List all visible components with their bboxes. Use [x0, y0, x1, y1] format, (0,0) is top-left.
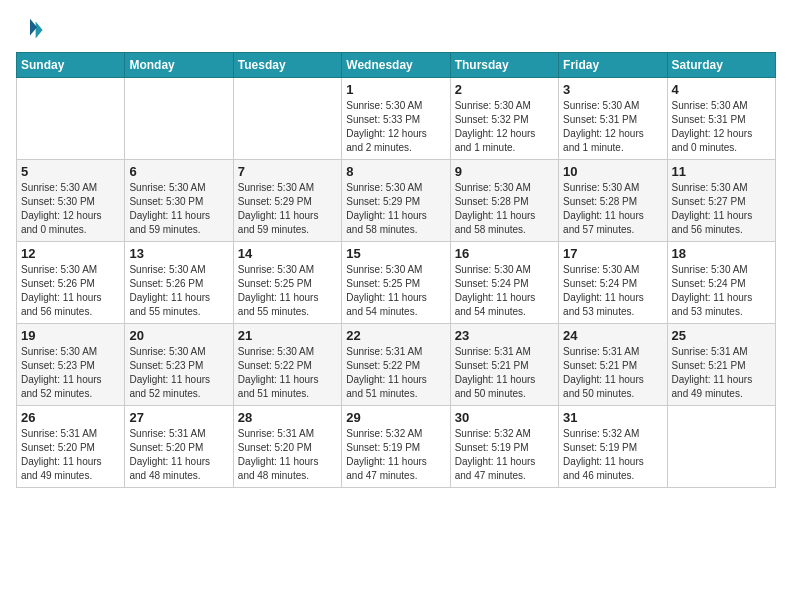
day-number: 29 [346, 410, 445, 425]
day-info: Sunrise: 5:30 AM Sunset: 5:29 PM Dayligh… [346, 181, 445, 237]
day-info: Sunrise: 5:31 AM Sunset: 5:21 PM Dayligh… [563, 345, 662, 401]
day-info: Sunrise: 5:30 AM Sunset: 5:25 PM Dayligh… [346, 263, 445, 319]
day-number: 24 [563, 328, 662, 343]
calendar-week-3: 12Sunrise: 5:30 AM Sunset: 5:26 PM Dayli… [17, 242, 776, 324]
calendar-cell: 26Sunrise: 5:31 AM Sunset: 5:20 PM Dayli… [17, 406, 125, 488]
day-number: 23 [455, 328, 554, 343]
calendar-cell: 25Sunrise: 5:31 AM Sunset: 5:21 PM Dayli… [667, 324, 775, 406]
day-info: Sunrise: 5:30 AM Sunset: 5:27 PM Dayligh… [672, 181, 771, 237]
day-info: Sunrise: 5:30 AM Sunset: 5:28 PM Dayligh… [455, 181, 554, 237]
calendar-cell: 15Sunrise: 5:30 AM Sunset: 5:25 PM Dayli… [342, 242, 450, 324]
day-number: 19 [21, 328, 120, 343]
weekday-header-sunday: Sunday [17, 53, 125, 78]
calendar-week-5: 26Sunrise: 5:31 AM Sunset: 5:20 PM Dayli… [17, 406, 776, 488]
day-number: 3 [563, 82, 662, 97]
day-info: Sunrise: 5:30 AM Sunset: 5:32 PM Dayligh… [455, 99, 554, 155]
calendar-cell: 10Sunrise: 5:30 AM Sunset: 5:28 PM Dayli… [559, 160, 667, 242]
calendar-cell: 12Sunrise: 5:30 AM Sunset: 5:26 PM Dayli… [17, 242, 125, 324]
calendar-cell: 14Sunrise: 5:30 AM Sunset: 5:25 PM Dayli… [233, 242, 341, 324]
day-number: 14 [238, 246, 337, 261]
day-info: Sunrise: 5:30 AM Sunset: 5:33 PM Dayligh… [346, 99, 445, 155]
day-info: Sunrise: 5:31 AM Sunset: 5:20 PM Dayligh… [21, 427, 120, 483]
weekday-header-tuesday: Tuesday [233, 53, 341, 78]
calendar-cell: 8Sunrise: 5:30 AM Sunset: 5:29 PM Daylig… [342, 160, 450, 242]
day-number: 15 [346, 246, 445, 261]
weekday-header-saturday: Saturday [667, 53, 775, 78]
day-number: 26 [21, 410, 120, 425]
logo [16, 16, 48, 44]
day-info: Sunrise: 5:30 AM Sunset: 5:30 PM Dayligh… [21, 181, 120, 237]
calendar-cell: 23Sunrise: 5:31 AM Sunset: 5:21 PM Dayli… [450, 324, 558, 406]
day-info: Sunrise: 5:31 AM Sunset: 5:20 PM Dayligh… [238, 427, 337, 483]
day-number: 12 [21, 246, 120, 261]
logo-icon [16, 16, 44, 44]
day-number: 11 [672, 164, 771, 179]
calendar-cell: 7Sunrise: 5:30 AM Sunset: 5:29 PM Daylig… [233, 160, 341, 242]
calendar-cell: 24Sunrise: 5:31 AM Sunset: 5:21 PM Dayli… [559, 324, 667, 406]
calendar-cell: 17Sunrise: 5:30 AM Sunset: 5:24 PM Dayli… [559, 242, 667, 324]
calendar-cell: 31Sunrise: 5:32 AM Sunset: 5:19 PM Dayli… [559, 406, 667, 488]
calendar-cell: 20Sunrise: 5:30 AM Sunset: 5:23 PM Dayli… [125, 324, 233, 406]
day-number: 21 [238, 328, 337, 343]
calendar-cell: 5Sunrise: 5:30 AM Sunset: 5:30 PM Daylig… [17, 160, 125, 242]
calendar-week-2: 5Sunrise: 5:30 AM Sunset: 5:30 PM Daylig… [17, 160, 776, 242]
day-info: Sunrise: 5:30 AM Sunset: 5:24 PM Dayligh… [563, 263, 662, 319]
day-number: 16 [455, 246, 554, 261]
day-number: 13 [129, 246, 228, 261]
day-info: Sunrise: 5:32 AM Sunset: 5:19 PM Dayligh… [346, 427, 445, 483]
day-info: Sunrise: 5:32 AM Sunset: 5:19 PM Dayligh… [455, 427, 554, 483]
calendar-cell: 9Sunrise: 5:30 AM Sunset: 5:28 PM Daylig… [450, 160, 558, 242]
calendar-cell: 11Sunrise: 5:30 AM Sunset: 5:27 PM Dayli… [667, 160, 775, 242]
calendar-cell [667, 406, 775, 488]
day-info: Sunrise: 5:31 AM Sunset: 5:22 PM Dayligh… [346, 345, 445, 401]
page-header [16, 16, 776, 44]
calendar-cell: 3Sunrise: 5:30 AM Sunset: 5:31 PM Daylig… [559, 78, 667, 160]
day-info: Sunrise: 5:31 AM Sunset: 5:21 PM Dayligh… [672, 345, 771, 401]
day-number: 2 [455, 82, 554, 97]
calendar-cell: 16Sunrise: 5:30 AM Sunset: 5:24 PM Dayli… [450, 242, 558, 324]
day-number: 10 [563, 164, 662, 179]
day-info: Sunrise: 5:30 AM Sunset: 5:26 PM Dayligh… [129, 263, 228, 319]
calendar-cell: 6Sunrise: 5:30 AM Sunset: 5:30 PM Daylig… [125, 160, 233, 242]
day-number: 8 [346, 164, 445, 179]
calendar-cell: 28Sunrise: 5:31 AM Sunset: 5:20 PM Dayli… [233, 406, 341, 488]
calendar-table: SundayMondayTuesdayWednesdayThursdayFrid… [16, 52, 776, 488]
day-info: Sunrise: 5:30 AM Sunset: 5:28 PM Dayligh… [563, 181, 662, 237]
weekday-header-monday: Monday [125, 53, 233, 78]
day-info: Sunrise: 5:30 AM Sunset: 5:31 PM Dayligh… [563, 99, 662, 155]
day-number: 22 [346, 328, 445, 343]
day-number: 27 [129, 410, 228, 425]
calendar-cell [17, 78, 125, 160]
calendar-cell: 2Sunrise: 5:30 AM Sunset: 5:32 PM Daylig… [450, 78, 558, 160]
day-number: 30 [455, 410, 554, 425]
calendar-cell: 29Sunrise: 5:32 AM Sunset: 5:19 PM Dayli… [342, 406, 450, 488]
day-info: Sunrise: 5:30 AM Sunset: 5:25 PM Dayligh… [238, 263, 337, 319]
calendar-cell: 18Sunrise: 5:30 AM Sunset: 5:24 PM Dayli… [667, 242, 775, 324]
day-number: 31 [563, 410, 662, 425]
day-number: 1 [346, 82, 445, 97]
day-number: 25 [672, 328, 771, 343]
calendar-week-1: 1Sunrise: 5:30 AM Sunset: 5:33 PM Daylig… [17, 78, 776, 160]
calendar-cell: 21Sunrise: 5:30 AM Sunset: 5:22 PM Dayli… [233, 324, 341, 406]
calendar-cell: 30Sunrise: 5:32 AM Sunset: 5:19 PM Dayli… [450, 406, 558, 488]
day-number: 18 [672, 246, 771, 261]
day-info: Sunrise: 5:31 AM Sunset: 5:20 PM Dayligh… [129, 427, 228, 483]
day-number: 6 [129, 164, 228, 179]
day-number: 17 [563, 246, 662, 261]
day-info: Sunrise: 5:30 AM Sunset: 5:30 PM Dayligh… [129, 181, 228, 237]
calendar-cell: 27Sunrise: 5:31 AM Sunset: 5:20 PM Dayli… [125, 406, 233, 488]
day-info: Sunrise: 5:30 AM Sunset: 5:22 PM Dayligh… [238, 345, 337, 401]
day-info: Sunrise: 5:30 AM Sunset: 5:24 PM Dayligh… [455, 263, 554, 319]
weekday-header-friday: Friday [559, 53, 667, 78]
calendar-week-4: 19Sunrise: 5:30 AM Sunset: 5:23 PM Dayli… [17, 324, 776, 406]
day-number: 28 [238, 410, 337, 425]
day-info: Sunrise: 5:31 AM Sunset: 5:21 PM Dayligh… [455, 345, 554, 401]
calendar-cell [233, 78, 341, 160]
day-info: Sunrise: 5:30 AM Sunset: 5:29 PM Dayligh… [238, 181, 337, 237]
day-info: Sunrise: 5:30 AM Sunset: 5:31 PM Dayligh… [672, 99, 771, 155]
day-info: Sunrise: 5:32 AM Sunset: 5:19 PM Dayligh… [563, 427, 662, 483]
day-info: Sunrise: 5:30 AM Sunset: 5:23 PM Dayligh… [129, 345, 228, 401]
calendar-cell: 19Sunrise: 5:30 AM Sunset: 5:23 PM Dayli… [17, 324, 125, 406]
calendar-cell: 4Sunrise: 5:30 AM Sunset: 5:31 PM Daylig… [667, 78, 775, 160]
day-number: 4 [672, 82, 771, 97]
